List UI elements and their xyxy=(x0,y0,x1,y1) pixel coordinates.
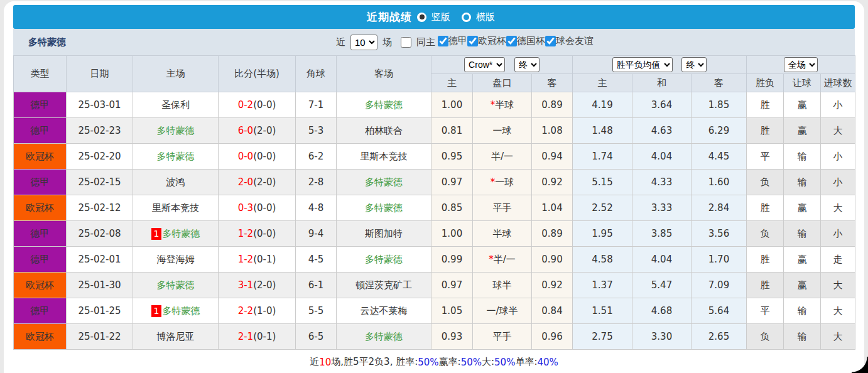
home-team-cell[interactable]: 博洛尼亚 xyxy=(133,324,219,350)
asian-final-select[interactable]: 终 xyxy=(514,57,540,72)
rank-badge: 1 xyxy=(151,305,162,317)
bookmaker-select[interactable]: Crow* xyxy=(464,57,505,72)
ah-away-odds-cell: 0.94 xyxy=(532,144,573,170)
ah-away-odds-cell: 0.96 xyxy=(532,324,573,350)
result-cell: 胜 xyxy=(747,273,784,298)
away-team-cell[interactable]: 多特蒙德 xyxy=(337,195,431,221)
eu-home-odds-cell: 1.74 xyxy=(573,144,632,170)
team-link[interactable]: 多特蒙德 xyxy=(157,279,195,291)
eu-draw-odds-cell: 3.33 xyxy=(632,195,692,221)
ah-away-odds-cell: 0.92 xyxy=(532,273,573,298)
corners-cell: 4-5 xyxy=(296,247,337,273)
handicap-result-cell: 赢 xyxy=(784,247,821,273)
sub-header-eu-draw: 和 xyxy=(632,74,692,92)
team-link[interactable]: 云达不莱梅 xyxy=(361,305,408,316)
eu-home-odds-cell: 1.95 xyxy=(573,221,632,247)
odds-average-select[interactable]: 胜平负均值 xyxy=(612,57,673,72)
away-team-cell[interactable]: 多特蒙德 xyxy=(337,170,431,195)
summary-footer: 近10场,胜5平2负3, 胜率:50% 赢率:50% 大:50% 单率:40% xyxy=(13,350,855,373)
summary-segment: 赢率: xyxy=(439,356,461,368)
handicap-result-cell: 输 xyxy=(784,144,821,170)
same-venue-checkbox[interactable] xyxy=(401,37,411,48)
date-cell: 25-02-20 xyxy=(67,144,133,170)
filter-bar: 多特蒙德 近 10 场 同主 德甲欧冠杯德国杯球会友谊 xyxy=(13,29,855,55)
date-cell: 25-03-01 xyxy=(67,92,133,118)
vertical-layout-label[interactable]: 竖版 xyxy=(431,11,450,23)
team-link[interactable]: 海登海姆 xyxy=(157,254,195,265)
team-link[interactable]: 柏林联合 xyxy=(365,125,403,136)
league-checkbox[interactable] xyxy=(438,36,448,46)
corners-cell: 9-4 xyxy=(296,221,337,247)
home-team-cell[interactable]: 多特蒙德 xyxy=(133,118,219,144)
summary-segment: 10 xyxy=(319,357,331,368)
full-time-score: 1-2 xyxy=(238,228,254,239)
league-checkbox[interactable] xyxy=(545,36,556,46)
sub-header-handicap: 让球 xyxy=(784,74,821,92)
league-filter-2[interactable]: 德国杯 xyxy=(506,35,545,47)
home-team-cell[interactable]: 里斯本竞技 xyxy=(133,195,219,221)
ah-line-cell: 球半 xyxy=(473,273,532,298)
team-link[interactable]: 多特蒙德 xyxy=(365,202,403,214)
team-link[interactable]: 多特蒙德 xyxy=(162,305,200,316)
score-cell: 6-0(2-0) xyxy=(219,118,296,144)
team-link[interactable]: 圣保利 xyxy=(161,99,190,111)
sub-header-ah-away: 客 xyxy=(532,74,573,92)
team-link[interactable]: 博洛尼亚 xyxy=(157,331,195,342)
results-panel: 近期战绩 竖版 横版 多特蒙德 近 10 场 同主 德甲欧冠杯德国杯球会友谊 xyxy=(4,1,864,373)
team-link[interactable]: 多特蒙德 xyxy=(157,151,195,162)
team-link[interactable]: 里斯本竞技 xyxy=(361,151,408,162)
ah-line-cell: 一/球半 xyxy=(473,298,532,324)
away-team-cell[interactable]: 顿涅茨克矿工 xyxy=(337,273,431,298)
away-team-cell[interactable]: 里斯本竞技 xyxy=(337,144,431,170)
home-team-cell[interactable]: 1多特蒙德 xyxy=(133,298,219,324)
league-label: 德国杯 xyxy=(517,35,545,47)
eu-home-odds-cell: 2.75 xyxy=(573,324,632,350)
horizontal-layout-label[interactable]: 横版 xyxy=(476,11,495,23)
home-team-cell[interactable]: 海登海姆 xyxy=(133,247,219,273)
goals-result-cell: 大 xyxy=(821,118,855,144)
team-link[interactable]: 多特蒙德 xyxy=(365,176,403,188)
away-team-cell[interactable]: 多特蒙德 xyxy=(337,324,431,350)
euro-final-select[interactable]: 终 xyxy=(681,57,707,72)
away-team-cell[interactable]: 云达不莱梅 xyxy=(337,298,431,324)
handicap-result-cell: 输 xyxy=(784,324,821,350)
match-count-select[interactable]: 10 xyxy=(350,35,377,50)
ah-line-cell: 半球 xyxy=(473,221,532,247)
home-team-cell[interactable]: 波鸿 xyxy=(133,170,219,195)
team-link[interactable]: 顿涅茨克矿工 xyxy=(355,279,412,291)
scope-header: 全场 xyxy=(747,56,855,74)
team-link[interactable]: 多特蒙德 xyxy=(365,331,403,342)
league-checkbox[interactable] xyxy=(506,36,517,46)
team-link[interactable]: 多特蒙德 xyxy=(365,254,403,265)
full-time-score: 2-0 xyxy=(238,176,254,188)
home-team-cell[interactable]: 1多特蒙德 xyxy=(133,221,219,247)
eu-draw-odds-cell: 5.47 xyxy=(632,273,692,298)
table-row: 欧冠杯25-02-12里斯本竞技0-3(0-0)4-8多特蒙德0.85平手1.0… xyxy=(14,195,855,221)
scope-select[interactable]: 全场 xyxy=(784,57,818,72)
vertical-layout-radio[interactable] xyxy=(417,13,426,22)
date-cell: 25-02-08 xyxy=(67,221,133,247)
away-team-cell[interactable]: 柏林联合 xyxy=(337,118,431,144)
team-link[interactable]: 多特蒙德 xyxy=(365,99,403,111)
away-team-cell[interactable]: 多特蒙德 xyxy=(337,247,431,273)
home-team-cell[interactable]: 多特蒙德 xyxy=(133,144,219,170)
league-checkbox[interactable] xyxy=(467,36,478,46)
full-time-score: 0-3 xyxy=(238,202,254,214)
team-link[interactable]: 斯图加特 xyxy=(365,228,403,239)
eu-draw-odds-cell: 3.30 xyxy=(632,324,692,350)
team-link[interactable]: 里斯本竞技 xyxy=(152,202,199,214)
horizontal-layout-radio[interactable] xyxy=(462,13,471,22)
away-team-cell[interactable]: 多特蒙德 xyxy=(337,92,431,118)
ah-home-odds-cell: 1.05 xyxy=(431,298,473,324)
league-filter-1[interactable]: 欧冠杯 xyxy=(467,35,506,47)
home-team-cell[interactable]: 圣保利 xyxy=(133,92,219,118)
summary-segment: 大: xyxy=(482,356,494,368)
team-link[interactable]: 波鸿 xyxy=(166,176,185,188)
home-team-cell[interactable]: 多特蒙德 xyxy=(133,273,219,298)
away-team-cell[interactable]: 斯图加特 xyxy=(337,221,431,247)
team-link[interactable]: 多特蒙德 xyxy=(162,228,200,239)
table-row: 德甲25-03-01圣保利0-2(0-0)7-1多特蒙德1.00*半球0.894… xyxy=(14,92,855,118)
league-filter-0[interactable]: 德甲 xyxy=(438,35,467,47)
team-link[interactable]: 多特蒙德 xyxy=(157,125,195,136)
league-filter-3[interactable]: 球会友谊 xyxy=(545,35,594,47)
